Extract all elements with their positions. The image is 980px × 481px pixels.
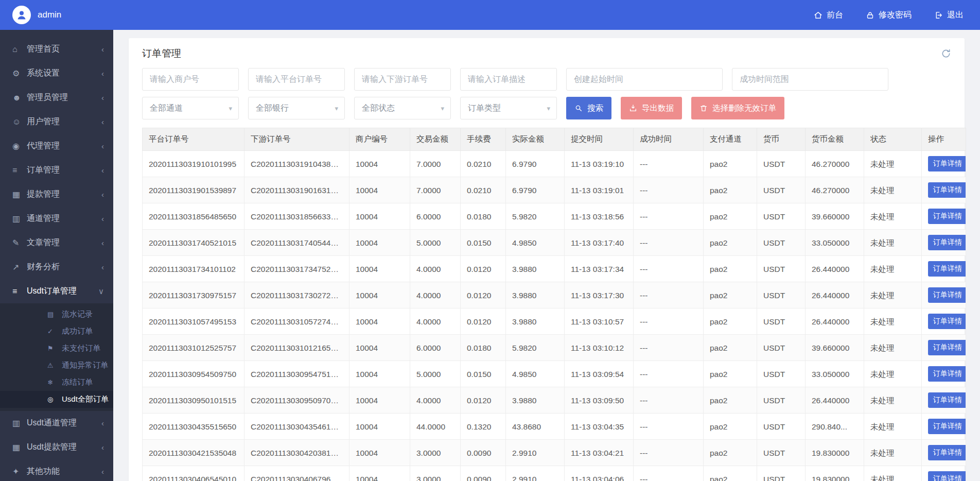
merchant-no-input[interactable] <box>142 68 239 91</box>
status-cell: 未处理 <box>864 466 922 481</box>
sidebar-subitem-usdt-all-orders[interactable]: ◎Usdt全部订单 <box>0 391 113 408</box>
refresh-icon[interactable] <box>941 48 951 59</box>
merchant-no-cell: 10004 <box>349 177 410 203</box>
avatar <box>12 6 31 24</box>
sidebar: ⌂管理首页‹⚙系统设置‹☻管理员管理‹☺用户管理‹◉代理管理‹≡订单管理‹▦提款… <box>0 30 113 481</box>
column-header: 商户编号 <box>349 128 410 151</box>
status-select[interactable]: 全部状态▾ <box>354 97 451 119</box>
order-detail-button[interactable]: 订单详情 <box>928 287 966 303</box>
success-time-cell: --- <box>634 151 704 177</box>
order-detail-button[interactable]: 订单详情 <box>928 392 966 408</box>
topbar-link-logout[interactable]: 退出 <box>934 10 964 21</box>
sidebar-item-user-management[interactable]: ☺用户管理‹ <box>0 110 113 134</box>
order-detail-button[interactable]: 订单详情 <box>928 156 966 171</box>
status-cell: 未处理 <box>864 308 922 335</box>
sidebar-item-other-functions[interactable]: ✦其他功能‹ <box>0 459 113 481</box>
merchant-no-cell: 10004 <box>349 387 410 414</box>
trade-amount-cell: 4.0000 <box>410 256 461 282</box>
success-time-cell: --- <box>634 440 704 466</box>
order-detail-button[interactable]: 订单详情 <box>928 366 966 382</box>
submit-time-cell: 11-13 03:04:35 <box>565 414 634 440</box>
sidebar-item-agent-management[interactable]: ◉代理管理‹ <box>0 134 113 158</box>
sidebar-subitem-flow-records[interactable]: ▤流水记录 <box>0 306 113 323</box>
frozen-icon: ❄ <box>47 379 57 386</box>
success-time-range-input[interactable] <box>732 68 888 91</box>
chevron-down-icon: ▾ <box>441 105 444 112</box>
export-data-button[interactable]: 导出数据 <box>621 97 682 119</box>
sidebar-item-usdt-order-management[interactable]: ≡Usdt订单管理∨ <box>0 279 113 303</box>
table-row: 20201113031910101995C2020111303191043882… <box>143 151 966 177</box>
topbar-link-label: 修改密码 <box>879 10 912 21</box>
sidebar-item-order-management[interactable]: ≡订单管理‹ <box>0 158 113 182</box>
topbar-link-frontend[interactable]: 前台 <box>814 10 843 21</box>
table-row: 20201113031901539897C2020111303190163160… <box>143 177 966 203</box>
sidebar-item-withdrawal-management[interactable]: ▦提款管理‹ <box>0 182 113 207</box>
chevron-down-icon: ▾ <box>547 105 550 112</box>
status-cell: 未处理 <box>864 282 922 308</box>
chevron-left-icon: ‹ <box>101 45 104 54</box>
currency-cell: USDT <box>757 335 806 361</box>
bank-select[interactable]: 全部银行▾ <box>248 97 345 119</box>
sidebar-item-channel-management[interactable]: ▥通道管理‹ <box>0 207 113 231</box>
table-row: 20201113030954509750C2020111303095475109… <box>143 361 966 387</box>
trade-amount-cell: 44.0000 <box>410 414 461 440</box>
channel-select[interactable]: 全部通道▾ <box>142 97 239 119</box>
pay-channel-cell: pao2 <box>704 177 757 203</box>
fee-cell: 0.0210 <box>461 151 506 177</box>
platform-order-no-cell: 20201113031856485650 <box>143 203 244 230</box>
order-detail-button[interactable]: 订单详情 <box>928 419 966 434</box>
order-detail-button[interactable]: 订单详情 <box>928 471 966 481</box>
topbar-link-change-password[interactable]: 修改密码 <box>866 10 912 21</box>
vault-icon: ▦ <box>12 190 27 199</box>
chevron-down-icon: ▾ <box>335 105 338 112</box>
sidebar-item-article-management[interactable]: ✎文章管理‹ <box>0 231 113 255</box>
chevron-left-icon: ‹ <box>101 263 104 271</box>
platform-order-no-cell: 20201113031057495153 <box>143 308 244 335</box>
pay-channel-cell: pao2 <box>704 230 757 256</box>
order-detail-button[interactable]: 订单详情 <box>928 182 966 198</box>
sidebar-item-usdt-channel-management[interactable]: ▥Usdt通道管理‹ <box>0 411 113 435</box>
platform-order-no-input[interactable] <box>248 68 345 91</box>
current-user[interactable]: admin <box>12 6 61 24</box>
order-detail-button[interactable]: 订单详情 <box>928 235 966 250</box>
merchant-no-cell: 10004 <box>349 440 410 466</box>
sidebar-item-home[interactable]: ⌂管理首页‹ <box>0 37 113 61</box>
order-desc-input[interactable] <box>460 68 557 91</box>
sidebar-item-label: 用户管理 <box>27 116 60 127</box>
order-detail-button[interactable]: 订单详情 <box>928 340 966 355</box>
sidebar-subitem-frozen-orders[interactable]: ❄冻结订单 <box>0 374 113 391</box>
order-detail-button[interactable]: 订单详情 <box>928 314 966 329</box>
order-detail-button[interactable]: 订单详情 <box>928 261 966 277</box>
downstream-order-no-input[interactable] <box>354 68 451 91</box>
column-header: 支付通道 <box>704 128 757 151</box>
delete-invalid-orders-button[interactable]: 选择删除无效订单 <box>691 97 784 119</box>
chart-icon: ↗ <box>12 262 27 272</box>
sidebar-subitem-notify-abnormal-orders[interactable]: ⚠通知异常订单 <box>0 357 113 374</box>
sidebar-subitem-success-orders[interactable]: ✓成功订单 <box>0 323 113 340</box>
table-row: 20201113030950101515C2020111303095097039… <box>143 387 966 414</box>
actual-amount-cell: 3.9880 <box>506 282 565 308</box>
table-row: 20201113031734101102C2020111303173475287… <box>143 256 966 282</box>
actual-amount-cell: 6.9790 <box>506 177 565 203</box>
button-label: 搜索 <box>587 103 603 114</box>
trade-amount-cell: 6.0000 <box>410 335 461 361</box>
create-time-start-input[interactable] <box>566 68 723 91</box>
alert-icon: ⚠ <box>47 362 57 369</box>
sidebar-subitem-label: 通知异常订单 <box>62 360 108 370</box>
search-button[interactable]: 搜索 <box>566 97 611 119</box>
sidebar-item-system-settings[interactable]: ⚙系统设置‹ <box>0 61 113 85</box>
order-detail-button[interactable]: 订单详情 <box>928 445 966 460</box>
downstream-order-no-cell: C20201113030954751096 <box>244 361 349 387</box>
trade-amount-cell: 4.0000 <box>410 308 461 335</box>
sidebar-subitem-unpaid-orders[interactable]: ⚑未支付订单 <box>0 340 113 357</box>
currency-cell: USDT <box>757 414 806 440</box>
merchant-no-cell: 10004 <box>349 282 410 308</box>
order-detail-button[interactable]: 订单详情 <box>928 209 966 224</box>
order-type-select[interactable]: 订单类型▾ <box>460 97 557 119</box>
sidebar-item-usdt-withdrawal-management[interactable]: ▦Usdt提款管理‹ <box>0 435 113 459</box>
sidebar-item-label: 订单管理 <box>27 165 60 176</box>
platform-order-no-cell: 20201113031901539897 <box>143 177 244 203</box>
sidebar-item-admin-management[interactable]: ☻管理员管理‹ <box>0 85 113 110</box>
submit-time-cell: 11-13 03:10:57 <box>565 308 634 335</box>
sidebar-item-financial-analysis[interactable]: ↗财务分析‹ <box>0 255 113 279</box>
